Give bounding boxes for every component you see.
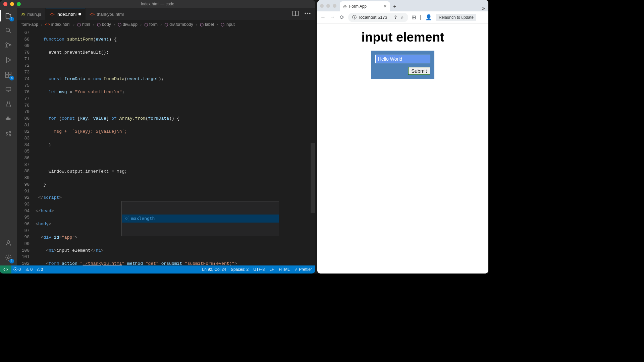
page-heading: input element (361, 30, 444, 45)
tab-bar: JSmain.js <>index.html <>thankyou.html (17, 8, 315, 20)
account-icon[interactable] (4, 239, 13, 247)
demo-form: Submit (371, 51, 434, 79)
html-file-icon: <> (90, 12, 95, 17)
indentation[interactable]: Spaces: 2 (231, 267, 249, 272)
tab-label: index.html (57, 12, 76, 17)
svg-rect-11 (9, 118, 10, 120)
svg-rect-6 (6, 75, 8, 77)
vscode-titlebar[interactable]: index.html — code (0, 0, 315, 8)
svg-rect-8 (6, 87, 11, 91)
intellisense-suggest-popup[interactable]: ▢maxlength (121, 201, 279, 236)
code-content[interactable]: function submitForm(event) { event.preve… (36, 29, 315, 265)
explorer-badge: 1 (9, 17, 14, 21)
tab-label: thankyou.html (97, 12, 124, 17)
source-control-icon[interactable] (4, 41, 13, 50)
formatter[interactable]: ✓ Prettier (294, 267, 312, 272)
address-bar[interactable]: ⓘ localhost:5173 ⇪ ☆ (348, 13, 408, 22)
back-button[interactable]: ← (320, 14, 326, 20)
minimap-scrollbar[interactable] (311, 143, 315, 213)
language-mode[interactable]: HTML (279, 267, 290, 272)
live-share-icon[interactable] (4, 129, 13, 138)
tab-label: main.js (27, 12, 41, 17)
svg-point-16 (7, 241, 9, 243)
problems-errors[interactable]: ⓧ 0 (13, 267, 21, 273)
close-tab-icon[interactable]: ✕ (383, 4, 387, 9)
js-file-icon: JS (21, 12, 25, 16)
settings-gear-icon[interactable]: 1 (4, 253, 13, 262)
browser-tabstrip: ◎ Form App ✕ + » (317, 0, 488, 11)
url-text: localhost:5173 (359, 15, 387, 20)
svg-point-21 (309, 13, 310, 14)
status-bar: ⓧ 0 ⚠ 0 ⎌ 0 Ln 92, Col 24 Spaces: 2 UTF-… (0, 265, 315, 274)
expand-tabs-icon[interactable]: » (482, 5, 488, 11)
docker-icon[interactable] (4, 115, 13, 123)
svg-point-2 (6, 46, 7, 48)
settings-badge: 1 (9, 259, 14, 263)
extensions-puzzle-icon[interactable]: ⊞ (412, 14, 416, 20)
more-actions-icon[interactable] (304, 10, 311, 18)
svg-point-17 (7, 257, 9, 259)
search-icon[interactable] (4, 26, 13, 35)
extensions-badge: 4 (9, 76, 14, 80)
svg-point-15 (9, 134, 11, 136)
eol[interactable]: LF (269, 267, 274, 272)
svg-point-13 (6, 132, 8, 134)
forward-button[interactable]: → (329, 14, 335, 20)
ports-indicator[interactable]: ⎌ 0 (37, 267, 43, 272)
svg-rect-12 (7, 117, 9, 118)
extensions-icon[interactable]: 4 (4, 70, 13, 79)
activity-bar: 1 4 1 (0, 8, 17, 265)
new-tab-button[interactable]: + (390, 2, 399, 11)
browser-menu-icon[interactable]: ⋮ (480, 14, 486, 20)
relaunch-button[interactable]: Relaunch to update (436, 14, 476, 21)
html-file-icon: <> (50, 12, 55, 17)
tab-thankyou-html[interactable]: <>thankyou.html (86, 8, 128, 20)
reload-button[interactable]: ⟳ (339, 14, 345, 20)
window-maximize-icon[interactable] (333, 4, 336, 8)
svg-point-14 (9, 131, 11, 133)
svg-point-1 (6, 43, 7, 44)
breadcrumb[interactable]: form-app› <> index.html› ⬡ html› ⬡ body›… (17, 20, 315, 29)
vscode-window: index.html — code 1 4 (0, 0, 315, 274)
remote-indicator-icon[interactable] (0, 265, 11, 274)
svg-rect-5 (9, 72, 11, 74)
svg-rect-10 (7, 118, 9, 120)
dirty-indicator-icon (78, 13, 81, 15)
bookmark-icon[interactable]: ☆ (400, 15, 404, 20)
page-content: input element Submit (317, 23, 488, 274)
tab-index-html[interactable]: <>index.html (46, 8, 86, 20)
svg-point-20 (307, 13, 308, 14)
browser-window: ◎ Form App ✕ + » ← → ⟳ ⓘ localhost:5173 … (317, 0, 488, 274)
demo-text-input[interactable] (375, 55, 430, 63)
split-editor-icon[interactable] (292, 10, 299, 18)
favicon-icon: ◎ (343, 4, 346, 9)
line-number-gutter: 6768697071727374757677787980818283848586… (17, 29, 36, 265)
explorer-icon[interactable]: 1 (4, 11, 13, 20)
testing-icon[interactable] (4, 100, 13, 109)
problems-warnings[interactable]: ⚠ 0 (25, 267, 33, 272)
window-minimize-icon[interactable] (326, 4, 330, 8)
svg-point-0 (6, 28, 10, 32)
browser-toolbar: ← → ⟳ ⓘ localhost:5173 ⇪ ☆ ⊞ | 👤 Relaunc… (317, 11, 488, 23)
browser-tab[interactable]: ◎ Form App ✕ (340, 1, 390, 11)
window-title: index.html — code (0, 2, 315, 6)
profile-avatar-icon[interactable]: 👤 (425, 14, 432, 20)
window-close-icon[interactable] (320, 4, 324, 8)
svg-rect-4 (6, 72, 8, 74)
submit-button[interactable]: Submit (408, 67, 430, 75)
encoding[interactable]: UTF-8 (253, 267, 265, 272)
share-icon[interactable]: ⇪ (394, 15, 397, 20)
svg-rect-9 (6, 118, 7, 120)
site-info-icon[interactable]: ⓘ (352, 14, 357, 20)
run-debug-icon[interactable] (4, 56, 13, 64)
cursor-position[interactable]: Ln 92, Col 24 (202, 267, 226, 272)
property-suggest-icon: ▢ (124, 216, 129, 221)
remote-explorer-icon[interactable] (4, 85, 13, 94)
code-editor[interactable]: 6768697071727374757677787980818283848586… (17, 29, 315, 265)
tab-main-js[interactable]: JSmain.js (17, 8, 46, 20)
svg-point-19 (305, 13, 306, 14)
browser-tab-title: Form App (349, 4, 367, 9)
suggest-item-label[interactable]: maxlength (131, 215, 155, 222)
